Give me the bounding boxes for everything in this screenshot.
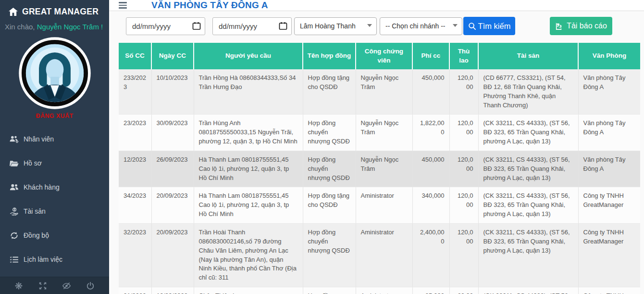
- greeting: Xin chào, Nguyễn Ngọc Trâm !: [0, 17, 109, 31]
- greeting-prefix: Xin chào,: [5, 23, 37, 31]
- records-table-container: Số CC Ngày CC Người yêu cầu Tên hợp đồng…: [119, 43, 640, 294]
- table-cell: 450,000: [412, 69, 449, 115]
- date-to-field[interactable]: [212, 17, 292, 35]
- table-cell: Hợp đồng tặng cho QSDĐ: [303, 187, 356, 224]
- table-cell: Aministrator: [356, 287, 412, 294]
- brand[interactable]: GREAT MANAGER: [0, 0, 109, 17]
- table-cell: Châu Thiên Long: [194, 287, 303, 294]
- sidebar-item-label: Tài sản: [24, 207, 46, 215]
- table-cell: Hợp đồng chuyển nhượng QSDĐ: [303, 115, 356, 151]
- table-row: 12/202326/09/2023Hà Thanh Lam 0801875555…: [119, 151, 640, 187]
- download-report-button[interactable]: Tải báo cáo: [550, 17, 612, 35]
- records-table: Số CC Ngày CC Người yêu cầu Tên hợp đồng…: [119, 43, 640, 294]
- table-cell: 120,000: [449, 187, 478, 224]
- col-header-van-phong: Văn Phòng: [578, 43, 640, 69]
- search-button-label: Tìm kiếm: [478, 22, 511, 31]
- sidebar-item-label: Đồng bộ: [24, 231, 49, 239]
- table-cell: Công ty TNHH GreatManager: [578, 187, 640, 224]
- table-cell: Trần Hoài Thanh 0860830002146,số 79 đườn…: [194, 223, 303, 287]
- sidebar-item-khach-hang[interactable]: Khách hàng: [0, 175, 109, 199]
- date-from-field[interactable]: [126, 17, 205, 35]
- branch-select-value: -- Chọn chi nhánh --: [385, 22, 446, 30]
- sidebar-item-lich-lam-viec[interactable]: Lịch làm việc: [0, 247, 109, 271]
- chevron-down-icon: [367, 24, 372, 27]
- calendar-icon[interactable]: [192, 22, 201, 30]
- sidebar-item-label: Nhân viên: [24, 135, 54, 143]
- sidebar-menu: Nhân viên Hồ sơ Khách hàng: [0, 127, 109, 271]
- table-cell: (CK 33211, CS 44333), (ST 56, BĐ 323, 65…: [478, 151, 578, 187]
- table-cell: (CK 33211, CS 44333), (ST 56, BĐ 323, 65…: [478, 115, 578, 151]
- sidebar-item-nhan-vien[interactable]: Nhân viên: [0, 127, 109, 151]
- table-cell: 25,000: [412, 287, 449, 294]
- calendar-icon[interactable]: [279, 22, 287, 30]
- staff-icon: [10, 135, 19, 143]
- table-cell: Nguyễn Ngọc Trâm: [356, 69, 412, 115]
- table-row: 34/202320/09/2023Hà Thanh Lam 0801875555…: [119, 187, 640, 224]
- table-cell: Trần Hùng Anh 08018755550033,15 Nguyễn T…: [194, 115, 303, 151]
- table-cell: Aministrator: [356, 223, 412, 287]
- table-cell: 60,000: [449, 287, 478, 294]
- search-button[interactable]: Tìm kiếm: [463, 17, 515, 35]
- table-cell: 20/09/2023: [151, 187, 194, 224]
- table-cell: Trần Hồng Hà 08608344333,Số 34 Trần Hưng…: [194, 69, 303, 115]
- table-cell: Hợp đồng chấm: [303, 287, 356, 294]
- table-cell: Hợp đồng chuyển nhượng QSDĐ: [303, 151, 356, 187]
- table-cell: 34/2023: [119, 187, 151, 224]
- asset-icon: [10, 207, 19, 216]
- table-cell: (CD 66777, CS3321), (ST 54, BĐ 12, 68 Tr…: [478, 69, 578, 115]
- home-icon: [9, 8, 18, 16]
- table-cell: 26/09/2023: [151, 151, 194, 187]
- eye-slash-icon[interactable]: [62, 281, 71, 291]
- file-export-icon: [555, 22, 563, 30]
- settings-gear-icon[interactable]: [14, 281, 24, 291]
- table-cell: (CK 33211, CS 44333), (ST 56, BĐ 323, 65…: [478, 223, 578, 287]
- report-button-label: Tải báo cáo: [567, 22, 607, 30]
- fullscreen-icon[interactable]: [38, 281, 48, 291]
- sidebar-footer: [0, 277, 109, 294]
- table-cell: Hà Thanh Lam 08018755551,45 Cao lộ 1i, p…: [194, 151, 303, 187]
- col-header-so-cc: Số CC: [119, 43, 151, 69]
- table-cell: (CK 33211, CS 44333), (ST 56,: [478, 287, 578, 294]
- table-cell: 120,000: [449, 115, 478, 151]
- sidebar-item-label: Khách hàng: [24, 183, 60, 191]
- top-navbar: VĂN PHÒNG TÂY ĐÔNG A: [109, 0, 644, 11]
- table-cell: 233/2023: [119, 69, 151, 115]
- chevron-down-icon: [453, 24, 458, 27]
- notary-select-value: Lâm Hoàng Thanh: [300, 22, 356, 30]
- search-icon: [468, 22, 476, 30]
- table-cell: 19/09/2023: [151, 287, 194, 294]
- sidebar-item-tai-san[interactable]: Tài sản: [0, 199, 109, 223]
- table-cell: Hà Thanh Lam 08018755551,45 Cao lộ 1i, p…: [194, 187, 303, 224]
- table-cell: 23/2023: [119, 115, 151, 151]
- col-header-ngay-cc: Ngày CC: [151, 43, 194, 69]
- avatar[interactable]: [18, 37, 91, 110]
- folder-icon: [10, 159, 19, 167]
- table-cell: 32/2023: [119, 223, 151, 287]
- table-cell: (CK 33211, CS 44333), (ST 56, BĐ 323, 65…: [478, 187, 578, 224]
- sidebar: GREAT MANAGER Xin chào, Nguyễn Ngọc Trâm…: [0, 0, 109, 294]
- table-cell: Nguyễn Ngọc Trâm: [356, 151, 412, 187]
- table-cell: Hợp đồng tặng cho QSDĐ: [303, 69, 356, 115]
- table-cell: Công ty TNHH: [578, 287, 640, 294]
- table-cell: Văn phòng Tây Đông A: [578, 115, 640, 151]
- logout-button[interactable]: ĐĂNG XUẤT: [0, 113, 109, 119]
- branch-select[interactable]: -- Chọn chi nhánh --: [380, 17, 462, 35]
- table-cell: Hợp đồng chuyển nhượng QSDĐ: [303, 223, 356, 287]
- table-cell: 31/2023: [119, 287, 151, 294]
- brand-label: GREAT MANAGER: [22, 7, 99, 17]
- table-cell: 340,000: [412, 187, 449, 224]
- notary-select[interactable]: Lâm Hoàng Thanh: [294, 17, 377, 35]
- customers-icon: [10, 183, 19, 192]
- sidebar-item-label: Hồ sơ: [24, 159, 42, 167]
- col-header-phi-cc: Phí cc: [412, 43, 449, 69]
- power-icon[interactable]: [86, 281, 95, 291]
- table-cell: 30/09/2023: [151, 115, 194, 151]
- table-row: 233/202310/10/2023Trần Hồng Hà 086083443…: [119, 69, 640, 115]
- table-cell: Aministrator: [356, 187, 412, 224]
- sidebar-item-dong-bo[interactable]: Đồng bộ: [0, 223, 109, 247]
- table-header-row: Số CC Ngày CC Người yêu cầu Tên hợp đồng…: [119, 43, 640, 69]
- sidebar-item-ho-so[interactable]: Hồ sơ: [0, 151, 109, 175]
- page-title: VĂN PHÒNG TÂY ĐÔNG A: [151, 0, 268, 11]
- table-cell: Văn phòng Tây Đông A: [578, 151, 640, 187]
- hamburger-menu-icon[interactable]: [119, 2, 128, 8]
